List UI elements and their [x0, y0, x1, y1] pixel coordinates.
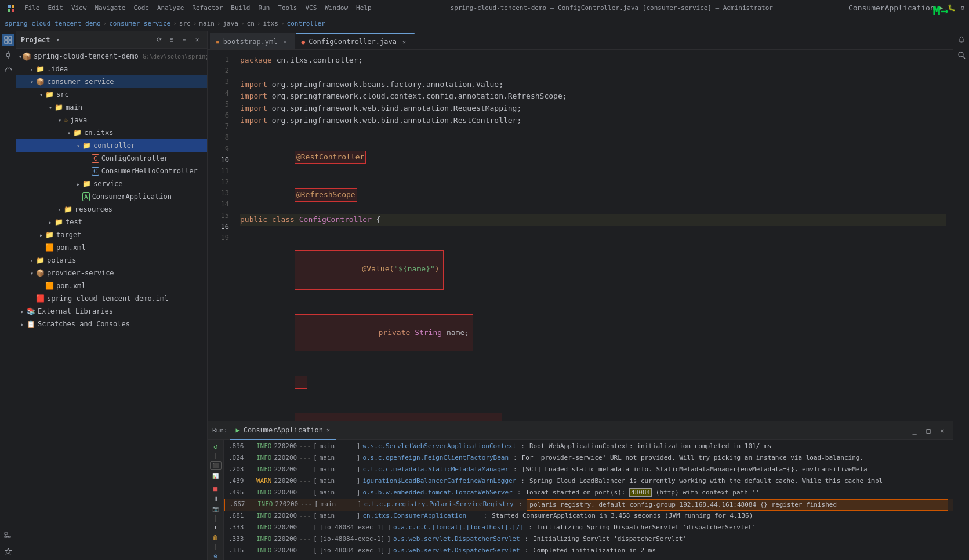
project-icon[interactable] [2, 34, 14, 46]
run-panel-body: ↺ ⬛ 📊 ■ ⏸ 📷 ⬇ 🗑 ⚙ .89 [208, 440, 953, 560]
right-sidebar [953, 31, 969, 560]
pom-label: pom.xml [56, 243, 86, 252]
notifications-icon[interactable] [955, 34, 968, 46]
menu-build[interactable]: Build [227, 3, 253, 13]
dots-icon[interactable]: ⋯ [179, 35, 190, 45]
tree-item-consumer[interactable]: ▾ 📦 consumer-service [16, 75, 207, 88]
run-panel-close[interactable]: ✕ [937, 425, 948, 437]
breadcrumb-item-2[interactable]: consumer-service [109, 20, 170, 27]
code-line-10: public class ConfigController { [240, 214, 946, 226]
menu-edit[interactable]: Edit [45, 3, 67, 13]
run-panel-left-icons: ↺ ⬛ 📊 ■ ⏸ 📷 ⬇ 🗑 ⚙ [208, 440, 224, 560]
close-panel-button[interactable]: ✕ [192, 35, 202, 45]
tree-item-controller[interactable]: ▾ 📁 controller [16, 139, 207, 152]
tree-item-resources[interactable]: ▸ 📁 resources [16, 203, 207, 216]
tree-item-provider[interactable]: ▾ 📦 provider-service [16, 267, 207, 279]
project-panel-title: Project [21, 36, 50, 44]
code-content[interactable]: package cn.itxs.controller; import org.s… [233, 50, 953, 421]
tree-item-pom[interactable]: 🟧 pom.xml [16, 241, 207, 254]
tree-item-src[interactable]: ▾ 📁 src [16, 88, 207, 101]
stop-button[interactable]: ■ [210, 485, 222, 493]
search-icon[interactable] [955, 49, 968, 61]
scratches-icon: 📋 [27, 320, 35, 328]
tab-bootstrap[interactable]: ▪ bootstrap.yml ✕ [210, 33, 296, 49]
tree-item-test[interactable]: ▸ 📁 test [16, 216, 207, 228]
menu-run[interactable]: Run [255, 3, 273, 13]
run-panel-maximize[interactable]: □ [923, 425, 934, 437]
tree-item-pom2[interactable]: 🟧 pom.xml [16, 279, 207, 292]
tree-item-scratches[interactable]: ▸ 📋 Scratches and Consoles [16, 318, 207, 330]
breadcrumb-item-3[interactable]: src [179, 20, 191, 27]
project-view-type[interactable]: ▾ [56, 36, 60, 43]
menu-tools[interactable]: Tools [274, 3, 300, 13]
annotation-restcontroller-box: @RestController [295, 151, 366, 164]
window-title: spring-cloud-tencent-demo – ConfigContro… [375, 4, 848, 12]
value-block-box: @Value("${name}") [295, 250, 444, 290]
scratches-label: Scratches and Consoles [38, 320, 130, 328]
run-tab-close[interactable]: ✕ [326, 427, 330, 433]
structure-icon[interactable] [2, 530, 14, 543]
tree-item-service[interactable]: ▸ 📁 service [16, 177, 207, 190]
console-output[interactable]: .896 INFO 220200 --- [ main ] w.s.c.Serv… [224, 440, 953, 560]
menu-refactor[interactable]: Refactor [188, 3, 226, 13]
tree-item-cnitxs[interactable]: ▾ 📁 cn.itxs [16, 126, 207, 139]
menu-code[interactable]: Code [130, 3, 153, 13]
menu-view[interactable]: View [68, 3, 90, 13]
menu-help[interactable]: Help [353, 3, 375, 13]
tab-bootstrap-close[interactable]: ✕ [281, 38, 289, 46]
tree-item-idea[interactable]: ▸ 📁 .idea [16, 63, 207, 75]
menu-vcs[interactable]: VCS [302, 3, 320, 13]
target-label: target [56, 231, 81, 239]
polaris-folder-icon: 📁 [36, 256, 45, 264]
menu-navigate[interactable]: Navigate [92, 3, 129, 13]
tab-configcontroller[interactable]: ● ConfigController.java ✕ [296, 33, 415, 49]
svg-rect-3 [12, 9, 14, 12]
app-icon [5, 2, 17, 14]
tree-item-consumerapplication[interactable]: A ConsumerApplication [16, 190, 207, 203]
breadcrumb-item-8[interactable]: controller [287, 20, 325, 27]
tree-item-polaris[interactable]: ▸ 📁 polaris [16, 254, 207, 267]
restart-button[interactable]: ↺ [210, 442, 222, 450]
breadcrumb-item-5[interactable]: java [223, 20, 238, 27]
tab-bootstrap-label: bootstrap.yml [223, 38, 278, 46]
tab-configcontroller-close[interactable]: ✕ [400, 38, 408, 46]
tree-item-springcloud-iml[interactable]: 🟥 spring-cloud-tencent-demo.iml [16, 292, 207, 305]
consumer-module-icon: 📦 [36, 78, 45, 86]
cloud-icon[interactable] [2, 64, 14, 77]
favorites-icon[interactable] [2, 545, 14, 558]
clear-button[interactable]: 🗑 [210, 534, 222, 541]
tree-item-consumerhello[interactable]: C ConsumerHelloController [16, 165, 207, 177]
commit-icon[interactable] [2, 49, 14, 61]
pause-button[interactable]: ⏸ [210, 495, 222, 503]
menu-analyze[interactable]: Analyze [154, 3, 187, 13]
debug-button[interactable]: 🐛 [948, 4, 956, 12]
tree-item-root[interactable]: ▾ 📦 spring-cloud-tencent-demo G:\dev\sol… [16, 50, 207, 63]
console-tab-icon[interactable]: ⬛ [210, 461, 222, 470]
breadcrumb-item-6[interactable]: cn [247, 20, 255, 27]
controller-label: controller [93, 141, 135, 150]
code-editor[interactable]: 1 2 3 4 5 6 7 8 9 10 11 12 13 14 15 16 [208, 50, 953, 421]
endpoints-tab-icon[interactable]: 📊 [210, 472, 222, 479]
run-tab-consumer-app[interactable]: ▶ ConsumerApplication ✕ [230, 421, 336, 440]
scroll-end-button[interactable]: ⬇ [210, 524, 222, 532]
run-config-selector[interactable]: ConsumerApplication [848, 3, 935, 12]
extlibs-icon: 📚 [27, 307, 35, 315]
tree-item-java[interactable]: ▾ ☕ java [16, 114, 207, 126]
sync-icon[interactable]: ⟳ [154, 35, 164, 45]
menu-bar[interactable]: File Edit View Navigate Code Analyze Ref… [5, 2, 375, 14]
tree-item-target[interactable]: ▸ 📁 target [16, 228, 207, 241]
breadcrumb-item-4[interactable]: main [199, 20, 215, 27]
run-panel-minimize[interactable]: _ [909, 425, 920, 437]
collapse-icon[interactable]: ⊟ [166, 35, 177, 45]
code-line-11 [240, 226, 946, 238]
settings-button[interactable]: ⚙ [960, 4, 964, 12]
snapshot-button[interactable]: 📷 [210, 506, 222, 513]
breadcrumb-item-7[interactable]: itxs [263, 20, 278, 27]
tree-item-main[interactable]: ▾ 📁 main [16, 101, 207, 114]
tree-item-configcontroller[interactable]: C ConfigController [16, 152, 207, 165]
menu-window[interactable]: Window [321, 3, 351, 13]
breadcrumb-item-1[interactable]: spring-cloud-tencent-demo [5, 20, 101, 27]
menu-file[interactable]: File [21, 3, 43, 13]
tree-item-extlibs[interactable]: ▸ 📚 External Libraries [16, 305, 207, 318]
filter-button[interactable]: ⚙ [210, 552, 222, 560]
